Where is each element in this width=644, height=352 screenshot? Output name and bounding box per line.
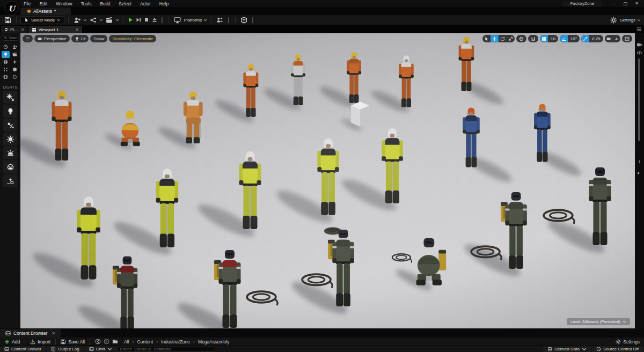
- select-tool-button[interactable]: [482, 35, 491, 42]
- category-basic[interactable]: [11, 43, 19, 50]
- breadcrumb-megaassembly[interactable]: MegaAssembly: [198, 339, 229, 344]
- console-input[interactable]: [118, 347, 215, 351]
- worker-figure-weld-crouch[interactable]: [410, 236, 449, 287]
- worker-figure-stand[interactable]: [240, 63, 262, 118]
- place-actors-search[interactable]: [2, 35, 19, 41]
- cinematics-icon[interactable]: [105, 17, 114, 24]
- menu-actor[interactable]: Actor: [136, 1, 155, 7]
- breadcrumb-all[interactable]: All: [124, 339, 129, 344]
- back-button[interactable]: [95, 339, 101, 344]
- select-mode-dropdown[interactable]: Select Mode: [20, 16, 64, 24]
- surface-snap-button[interactable]: [528, 35, 538, 42]
- chevron-down-icon[interactable]: [83, 18, 87, 22]
- save-icon[interactable]: [3, 17, 12, 24]
- derived-data-button[interactable]: Derived Data: [543, 346, 591, 352]
- session-icon[interactable]: [215, 17, 224, 24]
- grid-snap-value[interactable]: 10: [548, 35, 558, 42]
- show-dropdown[interactable]: Show: [90, 35, 107, 42]
- breadcrumb-content[interactable]: Content: [137, 339, 153, 344]
- close-button[interactable]: ✕: [635, 1, 639, 6]
- level-tab[interactable]: AllAssets*: [20, 8, 71, 15]
- category-shapes[interactable]: [2, 58, 10, 65]
- category-lights[interactable]: [2, 51, 10, 58]
- scene-3d[interactable]: [20, 33, 635, 328]
- menu-help[interactable]: Help: [155, 1, 173, 7]
- unreal-logo[interactable]: U: [4, 1, 19, 16]
- white-cube-prop[interactable]: [350, 99, 370, 128]
- cmd-dropdown[interactable]: Cmd: [85, 346, 116, 352]
- scale-snap-control[interactable]: 0.25: [581, 35, 603, 42]
- stop-button[interactable]: [143, 17, 150, 23]
- worker-figure-weld[interactable]: [500, 191, 532, 270]
- menu-window[interactable]: Window: [52, 1, 76, 7]
- frame-skip-button[interactable]: [135, 17, 142, 23]
- save-all-button[interactable]: Save All: [61, 339, 85, 344]
- rotation-snap-control[interactable]: 10°: [560, 35, 580, 42]
- worker-figure-stand[interactable]: [377, 127, 408, 205]
- scale-tool-button[interactable]: [507, 35, 515, 42]
- light-item-spot-light[interactable]: [3, 119, 17, 131]
- view-mode-dropdown[interactable]: Lit: [71, 35, 89, 42]
- worker-figure-sit[interactable]: [179, 91, 208, 145]
- worker-figure-stand[interactable]: [47, 90, 76, 162]
- scale-snap-value[interactable]: 0.25: [589, 35, 603, 42]
- worker-figure-stand[interactable]: [396, 55, 417, 108]
- viewport-tab[interactable]: Viewport 1 ✕: [28, 26, 82, 33]
- close-icon[interactable]: ✕: [52, 331, 55, 336]
- menu-build[interactable]: Build: [96, 1, 114, 7]
- forward-button[interactable]: [104, 339, 109, 344]
- worker-figure-stand[interactable]: [343, 52, 364, 104]
- category-volumes[interactable]: [11, 66, 19, 73]
- worker-figure-stand[interactable]: [71, 195, 106, 281]
- settings-dropdown[interactable]: Settings: [609, 17, 641, 24]
- maximize-viewport-button[interactable]: [622, 35, 632, 42]
- worker-figure-stand[interactable]: [234, 150, 266, 231]
- worker-figure-weld[interactable]: [327, 229, 359, 308]
- platforms-dropdown[interactable]: Platforms: [173, 17, 207, 24]
- rotation-snap-value[interactable]: 10°: [568, 35, 580, 42]
- light-item-directional-light[interactable]: [3, 91, 17, 104]
- light-item-sky-light[interactable]: [3, 146, 17, 159]
- session-kebab-icon[interactable]: [228, 17, 230, 23]
- grid-snap-control[interactable]: 10: [540, 35, 558, 42]
- viewport-canvas[interactable]: Perspective Lit Show Scalability: Cinema…: [20, 33, 635, 328]
- minimize-button[interactable]: –: [613, 1, 616, 6]
- import-button[interactable]: Import: [30, 339, 50, 344]
- category-media[interactable]: [2, 74, 10, 80]
- content-browser-tab[interactable]: Content Browser ✕: [0, 329, 61, 338]
- level-badge[interactable]: Level: AllAssets (Persistent): [567, 318, 630, 325]
- menu-tools[interactable]: Tools: [77, 1, 96, 7]
- place-actors-tab[interactable]: Pl... ✕: [1, 26, 27, 33]
- worker-figure-stand[interactable]: [151, 167, 184, 249]
- camera-mode-dropdown[interactable]: Perspective: [34, 35, 70, 42]
- move-tool-button[interactable]: [491, 35, 499, 42]
- output-log-button[interactable]: Output Log: [47, 346, 84, 352]
- play-options-kebab-icon[interactable]: [161, 17, 163, 23]
- sidebar-scrollbar[interactable]: [638, 58, 640, 141]
- light-item-rect-light[interactable]: [3, 133, 17, 145]
- chevron-down-icon[interactable]: [99, 18, 103, 22]
- rotate-tool-button[interactable]: [499, 35, 507, 42]
- category-visual-effects[interactable]: [11, 58, 19, 65]
- project-icon[interactable]: [239, 17, 248, 24]
- category-cinematic[interactable]: [11, 51, 19, 58]
- close-icon[interactable]: ✕: [75, 27, 79, 32]
- close-icon[interactable]: ✕: [21, 27, 25, 32]
- add-actor-icon[interactable]: [72, 17, 82, 24]
- content-browser-settings[interactable]: Settings: [616, 339, 640, 344]
- scalability-warning[interactable]: Scalability: Cinematic: [109, 35, 156, 42]
- worker-figure-stand[interactable]: [455, 36, 478, 92]
- viewport-options-button[interactable]: [23, 35, 33, 42]
- menu-edit[interactable]: Edit: [35, 1, 52, 7]
- light-item-sky-atmosphere[interactable]: [3, 160, 17, 173]
- camera-speed-control[interactable]: 4: [605, 35, 620, 42]
- worker-figure-stand[interactable]: [459, 107, 484, 168]
- chevron-down-icon[interactable]: [115, 18, 119, 22]
- worker-figure-crouch[interactable]: [116, 108, 145, 147]
- worker-figure-stand[interactable]: [312, 137, 344, 217]
- eye-icon[interactable]: [636, 50, 642, 56]
- play-button[interactable]: [127, 17, 134, 23]
- worker-figure-stand[interactable]: [288, 54, 309, 106]
- camera-icon[interactable]: [636, 42, 642, 48]
- menu-select[interactable]: Select: [114, 1, 136, 7]
